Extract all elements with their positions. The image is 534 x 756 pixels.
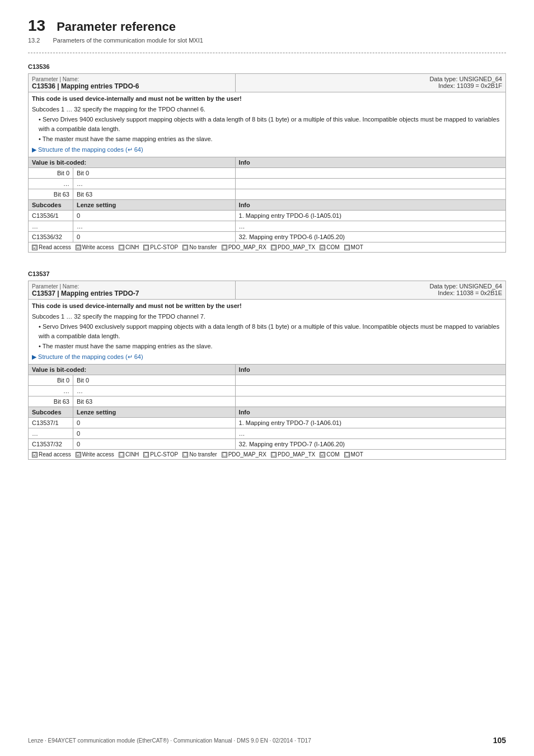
page-header: 13 Parameter reference	[28, 17, 506, 35]
sc-col-header-2-C13537: Lenze setting	[73, 407, 236, 418]
sc-col-header-3-C13537: Info	[235, 407, 505, 418]
bit-cell1: Bit 0	[29, 375, 73, 386]
subcode-cell-2: …	[235, 428, 505, 439]
footer-check-0: ☑ Read access	[32, 244, 71, 250]
param-data-type-C13536: Data type: UNSIGNED_64Index: 11039 = 0x2…	[235, 74, 505, 92]
footer-check-8: ☐ MOT	[344, 451, 363, 458]
mapping-link-C13536[interactable]: ▶ Structure of the mapping codes (↵ 64)	[32, 146, 143, 153]
footer-check-5: ☐ PDO_MAP_RX	[222, 451, 266, 458]
bit-cell1: Bit 0	[29, 168, 73, 179]
footer-check-3: ☐ PLC-STOP	[143, 244, 178, 250]
bit-cell2: Bit 0	[73, 168, 236, 179]
bit-cell1: …	[29, 386, 73, 396]
chapter-number: 13	[28, 17, 45, 35]
subcode-cell-0: …	[29, 428, 73, 439]
sc-col-header-1-C13537: Subcodes	[29, 407, 73, 418]
footer-check-6: ☐ PDO_MAP_TX	[271, 244, 315, 250]
bit-cell2: …	[73, 179, 236, 189]
subcode-cell-0: …	[29, 221, 73, 232]
param-data-type-C13537: Data type: UNSIGNED_64Index: 11038 = 0x2…	[235, 281, 505, 300]
footer-check-7: ☑ COM	[320, 451, 339, 458]
bit-cell3	[235, 168, 505, 179]
bit-col-header-2-C13537: Info	[235, 365, 505, 375]
footer-check-4: ☐ No transfer	[182, 244, 217, 250]
param-table-C13537: Parameter | Name:C13537 | Mapping entrie…	[28, 281, 506, 460]
footer-check-2: ☐ CINH	[119, 451, 139, 458]
footer-check-2: ☐ CINH	[119, 244, 139, 250]
bit-cell2: …	[73, 386, 236, 396]
subcode-cell-1: 0	[73, 418, 236, 428]
mapping-link-C13537[interactable]: ▶ Structure of the mapping codes (↵ 64)	[32, 353, 143, 360]
page-number: 105	[493, 736, 506, 745]
footer-check-1: ☑ Write access	[76, 451, 114, 458]
bit-row-C13537-1: ……	[29, 386, 506, 396]
subcode-cell-0: C13537/1	[29, 418, 73, 428]
subcode-cell-2: 1. Mapping entry TPDO-7 (I-1A06.01)	[235, 418, 505, 428]
param-table-C13536: Parameter | Name:C13536 | Mapping entrie…	[28, 73, 506, 253]
bit-col-header-2-C13536: Info	[235, 157, 505, 168]
bit-col-header-1-C13537: Value is bit-coded:	[29, 365, 236, 375]
bit-cell1: …	[29, 179, 73, 189]
footer-check-0: ☑ Read access	[32, 451, 71, 458]
sc-col-header-2-C13536: Lenze setting	[73, 200, 236, 211]
footer-check-7: ☑ COM	[320, 244, 339, 250]
subcode-cell-1: 0	[73, 211, 236, 221]
description-cell-C13536: This code is used device-internally and …	[29, 92, 506, 157]
bit-row-C13536-0: Bit 0Bit 0	[29, 168, 506, 179]
subcode-row-C13536-0: C13536/101. Mapping entry TPDO-6 (I-1A05…	[29, 211, 506, 221]
subcode-cell-0: C13536/32	[29, 232, 73, 242]
bit-row-C13536-1: ……	[29, 179, 506, 189]
bit-cell3	[235, 396, 505, 407]
subcode-cell-1: 0	[73, 232, 236, 242]
bit-cell3	[235, 375, 505, 386]
subcode-cell-2: 1. Mapping entry TPDO-6 (I-1A05.01)	[235, 211, 505, 221]
subcode-cell-1: 0	[73, 439, 236, 450]
sections-container: C13536Parameter | Name:C13536 | Mapping …	[28, 63, 506, 460]
bit-cell3	[235, 179, 505, 189]
description-cell-C13537: This code is used device-internally and …	[29, 300, 506, 365]
subcode-row-C13536-2: C13536/32032. Mapping entry TPDO-6 (I-1A…	[29, 232, 506, 242]
sc-col-header-3-C13536: Info	[235, 200, 505, 211]
sub-chapter-title: Parameters of the communication module f…	[53, 37, 203, 44]
subcode-cell-1: 0	[73, 428, 236, 439]
subcode-cell-2: 32. Mapping entry TPDO-6 (I-1A05.20)	[235, 232, 505, 242]
bit-cell2: Bit 63	[73, 189, 236, 200]
footer-check-1: ☑ Write access	[76, 244, 114, 250]
param-name-cell-C13536: Parameter | Name:C13536 | Mapping entrie…	[29, 74, 236, 92]
footer-check-3: ☐ PLC-STOP	[143, 451, 178, 458]
subcode-cell-0: C13537/32	[29, 439, 73, 450]
subcode-cell-2: …	[235, 221, 505, 232]
section-divider	[28, 53, 506, 53]
subcode-row-C13536-1: ………	[29, 221, 506, 232]
param-name-cell-C13537: Parameter | Name:C13537 | Mapping entrie…	[29, 281, 236, 300]
bit-cell3	[235, 386, 505, 396]
chapter-title: Parameter reference	[57, 20, 176, 34]
bit-cell1: Bit 63	[29, 396, 73, 407]
subcode-row-C13537-0: C13537/101. Mapping entry TPDO-7 (I-1A06…	[29, 418, 506, 428]
subcode-cell-1: …	[73, 221, 236, 232]
footer-text: Lenze · E94AYCET communication module (E…	[28, 738, 311, 744]
sc-col-header-1-C13536: Subcodes	[29, 200, 73, 211]
page-footer: Lenze · E94AYCET communication module (E…	[0, 736, 534, 745]
subcode-row-C13537-2: C13537/32032. Mapping entry TPDO-7 (I-1A…	[29, 439, 506, 450]
bit-row-C13537-2: Bit 63Bit 63	[29, 396, 506, 407]
bit-row-C13536-2: Bit 63Bit 63	[29, 189, 506, 200]
footer-row-C13537: ☑ Read access☑ Write access☐ CINH☐ PLC-S…	[29, 450, 506, 460]
footer-check-5: ☐ PDO_MAP_RX	[222, 244, 266, 250]
footer-row-C13536: ☑ Read access☑ Write access☐ CINH☐ PLC-S…	[29, 242, 506, 253]
bit-col-header-1-C13536: Value is bit-coded:	[29, 157, 236, 168]
sub-chapter-num: 13.2	[28, 37, 40, 44]
section-label-C13537: C13537	[28, 270, 506, 277]
bit-row-C13537-0: Bit 0Bit 0	[29, 375, 506, 386]
bit-cell1: Bit 63	[29, 189, 73, 200]
section-label-C13536: C13536	[28, 63, 506, 70]
bit-cell2: Bit 63	[73, 396, 236, 407]
sub-chapter: 13.2 Parameters of the communication mod…	[28, 37, 506, 44]
footer-check-6: ☐ PDO_MAP_TX	[271, 451, 315, 458]
footer-check-8: ☐ MOT	[344, 244, 363, 250]
bit-cell3	[235, 189, 505, 200]
bit-cell2: Bit 0	[73, 375, 236, 386]
subcode-row-C13537-1: …0…	[29, 428, 506, 439]
subcode-cell-2: 32. Mapping entry TPDO-7 (I-1A06.20)	[235, 439, 505, 450]
subcode-cell-0: C13536/1	[29, 211, 73, 221]
